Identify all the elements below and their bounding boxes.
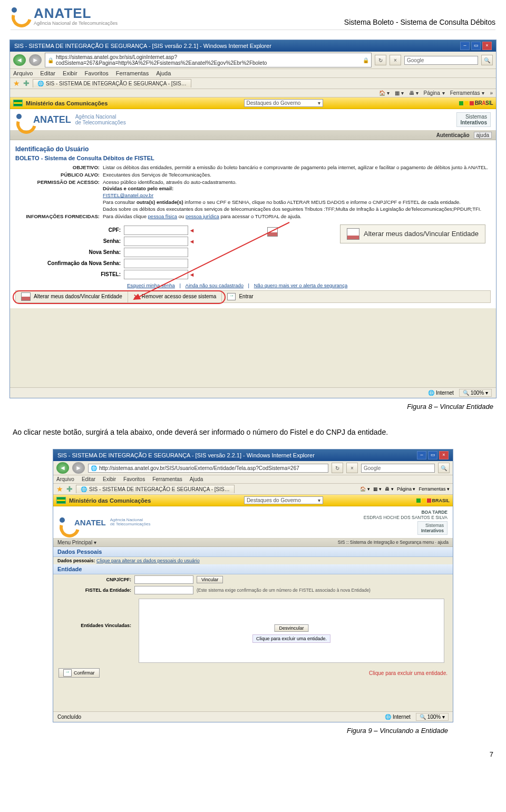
minimize-button[interactable]: – [417,451,426,459]
maximize-button[interactable]: ▭ [428,451,437,459]
refresh-button[interactable]: ↻ [332,463,343,473]
chevron-down-icon: ▾ [318,497,320,503]
browser-tab[interactable]: 🌐 SIS - SISTEMA DE INTEGRAÇÃO E SEGURANÇ… [76,485,235,493]
divider [11,30,495,30]
link-remover-alerta[interactable]: Não quero mais ver o alerta de segurança [254,282,347,288]
link-esqueci-senha[interactable]: Esqueci minha senha [127,282,175,288]
edit-data-icon [347,228,359,240]
url-input[interactable]: 🌐 http://sistemas.anatel.gov.br/SIS/Usua… [88,464,328,473]
feeds-button[interactable]: ▦ ▾ [373,486,382,492]
favorites-star-icon[interactable]: ★ [56,485,63,493]
anatel-swirl-icon [11,6,30,25]
input-senha[interactable] [124,237,188,246]
forward-button[interactable]: ► [29,54,42,66]
search-go-button[interactable]: 🔍 [438,463,450,473]
input-conf-senha[interactable] [124,259,188,268]
fistel-note: (Este sistema exige confirmação de um nú… [197,588,371,593]
print-button[interactable]: 🖶 ▾ [385,486,394,492]
action-alterar-dados[interactable]: Alterar meus dados/Vincular Entidade [16,291,128,302]
chevron-down-icon: ▾ [318,100,320,106]
browser-tab[interactable]: 🌐 SIS - SISTEMA DE INTEGRAÇÃO E SEGURANÇ… [33,79,191,87]
email-link[interactable]: FISTEL@anatel.gov.br [103,192,153,198]
req-icon: ◂ [190,271,193,278]
close-button[interactable]: × [439,451,449,459]
menu-editar[interactable]: Editar [82,476,95,482]
brand-sub: Agência Nacional de Telecomunicações [34,21,118,26]
minimize-button[interactable]: – [460,42,470,50]
search-input[interactable]: Google [361,464,435,473]
lbl-objetivo: OBJETIVO: [15,164,103,171]
menu-exibir[interactable]: Exibir [103,476,116,482]
stop-button[interactable]: × [346,463,358,473]
biglink-alterar-dados[interactable]: Alterar meus dados/Vincular Entidade [340,224,485,243]
ministry-label: Ministério das Comunicações [26,100,108,106]
home-button[interactable]: 🏠 ▾ [379,90,390,96]
auth-bar: Autenticação ajuda [10,131,496,140]
back-button[interactable]: ◄ [56,462,69,474]
screenshot-fig9: SIS - SISTEMA DE INTEGRAÇÃO E SEGURANÇA … [53,449,453,722]
menu-favoritos[interactable]: Favoritos [123,476,145,482]
action-entrar[interactable]: Entrar [222,291,258,302]
home-button[interactable]: 🏠 ▾ [360,486,370,492]
link-pj[interactable]: pessoa jurídica [186,213,219,219]
add-fav-icon[interactable]: ✚ [23,79,30,87]
link-alterar-dados[interactable]: Clique para alterar os dados pessoais do… [96,558,200,563]
zoom-control[interactable]: 🔍 100% ▾ [416,713,449,721]
menu-ferramentas[interactable]: Ferramentas [116,70,149,76]
tools-menu[interactable]: Ferramentas ▾ [450,90,485,96]
input-fistel-entidade[interactable] [134,586,193,594]
biglink-label: Alterar meus dados/Vincular Entidade [364,230,479,238]
search-input[interactable]: Google [404,56,478,65]
sistemas-interativos[interactable]: Sistemas Interativos [456,112,491,127]
confirmar-button[interactable]: Confirmar [59,668,100,678]
close-button[interactable]: × [482,42,492,50]
x-icon: ✕ [133,293,139,300]
favorites-star-icon[interactable]: ★ [13,79,20,87]
menu-favoritos[interactable]: Favoritos [85,70,109,76]
forward-button[interactable]: ► [72,462,85,474]
ie-command-bar: 🏠 ▾ ▦ ▾ 🖶 ▾ Página ▾ Ferramentas ▾ » [10,89,496,97]
tools-menu[interactable]: Ferramentas ▾ [419,486,450,492]
page-menu[interactable]: Página ▾ [397,486,416,492]
input-cpf[interactable] [124,226,188,235]
url-input[interactable]: 🔒 https://sistemas.anatel.gov.br/sis/Log… [45,53,372,67]
back-button[interactable]: ◄ [13,54,26,66]
link-pf[interactable]: pessoa física [148,213,177,219]
destaques-select[interactable]: Destaques do Governo▾ [244,496,323,504]
chevron-right-icon[interactable]: » [490,90,493,96]
menu-arquivo[interactable]: Arquivo [13,70,33,76]
menu-ferramentas[interactable]: Ferramentas [152,476,182,482]
feeds-button[interactable]: ▦ ▾ [395,90,404,96]
print-button[interactable]: 🖶 ▾ [409,90,419,96]
menu-arquivo[interactable]: Arquivo [56,476,74,482]
menu-principal[interactable]: Menu Principal ▾ [57,540,96,545]
destaques-select[interactable]: Destaques do Governo ▾ [244,99,323,107]
search-go-button[interactable]: 🔍 [481,55,493,65]
zoom-control[interactable]: 🔍 100% ▾ [459,389,492,397]
page-menu[interactable]: Página ▾ [424,90,445,96]
stop-button[interactable]: × [390,55,401,65]
input-fistel[interactable] [124,270,188,279]
action-remover-acesso[interactable]: ✕ Remover acesso desse sistema [128,291,222,302]
refresh-button[interactable]: ↻ [375,55,386,65]
link-nao-cadastrado[interactable]: Ainda não sou cadastrado [186,282,244,288]
maximize-button[interactable]: ▭ [471,42,481,50]
menu-exibir[interactable]: Exibir [63,70,77,76]
url-text: http://sistemas.anatel.gov.br/SIS/Usuari… [99,465,299,471]
menu-ajuda[interactable]: Ajuda [156,70,171,76]
status-done: Concluído [57,714,81,720]
desvincular-button[interactable]: Desvincular [274,624,308,632]
address-bar-row: ◄ ► 🔒 https://sistemas.anatel.gov.br/sis… [10,52,496,69]
menu-ajuda[interactable]: Ajuda [190,476,203,482]
vincular-button[interactable]: Vincular [197,576,223,583]
add-fav-icon[interactable]: ✚ [66,485,73,493]
sistemas-interativos[interactable]: SistemasInterativos [417,521,447,535]
ajuda-button[interactable]: ajuda [474,132,492,139]
input-nova-senha[interactable] [124,248,188,257]
input-cnpj[interactable] [134,575,193,584]
lbl-fistel-entidade: FISTEL da Entidade: [57,588,131,593]
status-internet: Internet [393,714,411,720]
entidades-listbox[interactable]: Desvincular Clique para excluir uma enti… [139,599,444,663]
status-internet: Internet [436,390,454,396]
menu-editar[interactable]: Editar [40,70,55,76]
